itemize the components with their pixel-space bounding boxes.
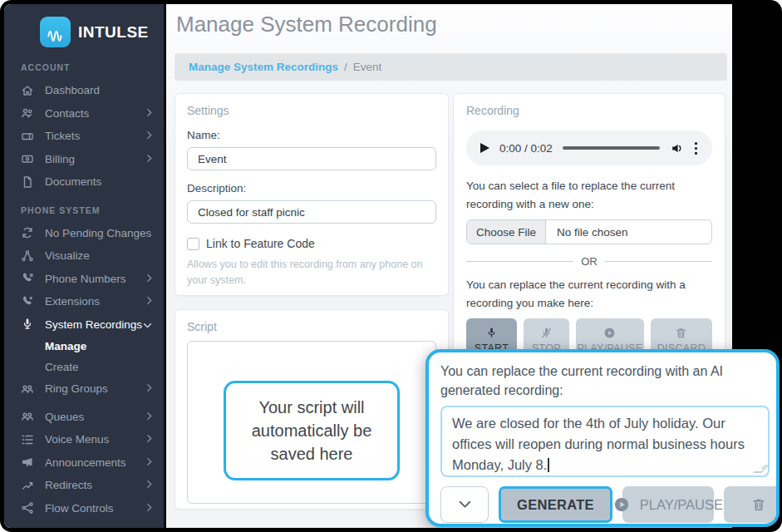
sidebar-item-queues[interactable]: Queues — [4, 406, 164, 429]
chevron-right-icon — [146, 502, 152, 515]
audio-player[interactable]: 0:00 / 0:02 — [466, 131, 712, 165]
numbered-list-icon — [21, 433, 36, 446]
sidebar-item-manage[interactable]: Manage — [4, 336, 164, 357]
sidebar-item-ring-groups[interactable]: Ring Groups — [4, 377, 164, 401]
recording-card: Recording 0:00 / 0:02 You can select a f… — [453, 93, 725, 367]
ticket-icon — [21, 130, 36, 143]
chevron-right-icon — [146, 153, 152, 165]
ai-play-pause-button[interactable]: PLAY/PAUSE — [622, 486, 714, 523]
microphone-slash-icon — [540, 327, 553, 339]
people-group-icon — [21, 382, 36, 396]
sidebar-item-voice-menus[interactable]: Voice Menus — [4, 428, 164, 451]
chevron-right-icon — [146, 107, 152, 120]
audio-time: 0:00 / 0:02 — [499, 142, 553, 155]
recording-card-title: Recording — [466, 104, 712, 117]
sidebar-item-redirects[interactable]: Redirects — [4, 474, 164, 497]
breadcrumb-separator: / — [344, 61, 347, 73]
settings-card: Settings Name: Description: Link to Feat… — [175, 93, 449, 296]
chevron-right-icon — [146, 411, 152, 423]
description-input[interactable] — [187, 200, 436, 224]
sidebar-item-billing[interactable]: Billing — [4, 148, 164, 171]
sidebar-item-tickets[interactable]: Tickets — [4, 125, 164, 148]
sidebar: INTULSE ACCOUNT Dashboard Contacts Ticke… — [4, 4, 166, 528]
billing-icon — [21, 152, 36, 165]
sidebar-item-announcements[interactable]: Announcements — [4, 451, 164, 475]
link-to-feature-code-checkbox[interactable] — [187, 238, 199, 250]
contacts-icon — [21, 106, 36, 120]
sidebar-item-system-recordings[interactable]: System Recordings — [4, 313, 164, 337]
audio-progress-bar[interactable] — [563, 146, 660, 150]
document-icon — [21, 175, 36, 189]
choose-file-button[interactable]: Choose File — [467, 220, 546, 244]
phone-numbers-icon — [21, 272, 36, 285]
ai-options-dropdown-button[interactable] — [440, 486, 489, 523]
sidebar-item-dashboard[interactable]: Dashboard — [4, 79, 164, 102]
sidebar-section-account: ACCOUNT — [4, 51, 164, 79]
file-upload-input[interactable]: Choose File No file chosen — [466, 219, 712, 244]
sidebar-item-no-pending-changes[interactable]: No Pending Changes — [4, 222, 164, 245]
sidebar-item-contacts[interactable]: Contacts — [4, 102, 164, 126]
extensions-icon — [21, 295, 36, 308]
chevron-right-icon — [146, 479, 152, 491]
or-divider-label: OR — [581, 255, 598, 268]
file-replace-text: You can select a file to replace the cur… — [466, 177, 712, 213]
sidebar-item-extensions[interactable]: Extensions — [4, 290, 164, 313]
chevron-down-icon — [143, 318, 152, 331]
name-input[interactable] — [187, 147, 436, 170]
chevron-down-icon — [459, 499, 471, 511]
sidebar-section-phone-system: PHONE SYSTEM — [4, 194, 164, 222]
play-circle-icon — [603, 327, 616, 339]
feature-code-helper-text: Allows you to edit this recording from a… — [187, 257, 436, 288]
sidebar-item-phone-numbers[interactable]: Phone Numbers — [4, 268, 164, 291]
intulse-waveform-icon — [40, 17, 71, 47]
chevron-right-icon — [146, 433, 152, 446]
people-group-icon — [21, 410, 36, 423]
screenshot-frame: INTULSE ACCOUNT Dashboard Contacts Ticke… — [0, 0, 782, 532]
sidebar-item-flow-controls[interactable]: Flow Controls — [4, 497, 164, 520]
name-label: Name: — [187, 129, 436, 141]
play-icon[interactable] — [480, 143, 489, 153]
sidebar-item-visualize[interactable]: Visualize — [4, 244, 164, 268]
breadcrumb-current: Event — [353, 61, 382, 73]
or-divider: OR — [466, 255, 712, 268]
text-caret — [548, 458, 549, 472]
logo[interactable]: INTULSE — [4, 4, 164, 51]
record-here-text: You can replace the current recording wi… — [466, 276, 712, 312]
share-nodes-icon — [21, 501, 36, 515]
trash-icon — [675, 327, 687, 339]
chevron-right-icon — [146, 130, 152, 142]
logo-wordmark: INTULSE — [78, 23, 149, 42]
ai-script-textarea[interactable]: We are closed for the 4th of July holida… — [440, 406, 770, 477]
settings-card-title: Settings — [187, 104, 436, 117]
sync-icon — [21, 226, 36, 239]
play-circle-icon — [613, 496, 630, 513]
resize-handle-icon[interactable] — [753, 465, 770, 473]
ai-intro-text: You can replace the current recording wi… — [440, 362, 765, 400]
sidebar-item-documents[interactable]: Documents — [4, 170, 164, 194]
chevron-right-icon — [146, 382, 152, 395]
trend-arrow-icon — [21, 479, 36, 492]
script-card: Script Your script will automatically be… — [175, 309, 449, 510]
trash-icon — [751, 497, 766, 512]
kebab-menu-icon[interactable] — [694, 141, 698, 155]
home-icon — [21, 84, 36, 97]
breadcrumb-link-manage-system-recordings[interactable]: Manage System Recordings — [189, 61, 338, 73]
network-icon — [21, 249, 36, 263]
script-autosave-callout: Your script will automatically be saved … — [224, 381, 400, 480]
generate-button[interactable]: GENERATE — [499, 486, 612, 523]
chevron-right-icon — [146, 295, 152, 308]
microphone-icon — [485, 327, 498, 339]
chevron-right-icon — [146, 456, 152, 469]
link-to-feature-code-label: Link to Feature Code — [206, 237, 315, 250]
page-title: Manage System Recording — [176, 12, 437, 37]
file-status-text: No file chosen — [546, 220, 639, 244]
breadcrumb: Manage System Recordings / Event — [175, 53, 727, 81]
description-label: Description: — [187, 182, 436, 195]
megaphone-icon — [21, 456, 36, 469]
sidebar-item-create[interactable]: Create — [4, 357, 164, 377]
ai-recording-panel: You can replace the current recording wi… — [425, 349, 780, 527]
ai-discard-button[interactable]: DISCARD — [724, 486, 780, 523]
volume-icon[interactable] — [670, 141, 684, 155]
microphone-icon — [21, 318, 36, 331]
script-card-title: Script — [187, 320, 436, 333]
